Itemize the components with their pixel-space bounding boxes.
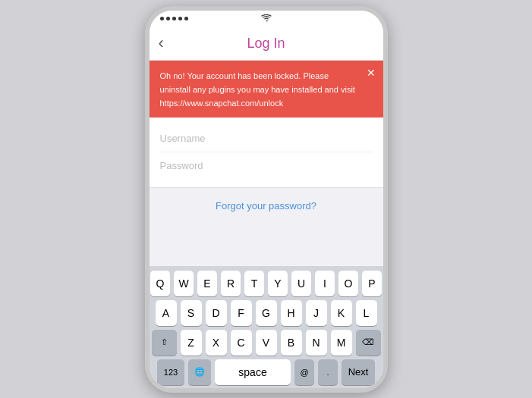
key-j[interactable]: J bbox=[306, 300, 327, 326]
error-banner: Oh no! Your account has been locked. Ple… bbox=[150, 61, 383, 118]
key-p[interactable]: P bbox=[362, 271, 382, 296]
password-input[interactable] bbox=[160, 160, 373, 171]
username-input[interactable] bbox=[160, 133, 373, 144]
key-e[interactable]: E bbox=[197, 271, 217, 296]
key-n[interactable]: N bbox=[306, 330, 327, 356]
input-section bbox=[150, 118, 383, 188]
key-v[interactable]: V bbox=[256, 330, 277, 356]
status-bar bbox=[150, 11, 383, 27]
numbers-key[interactable]: 123 bbox=[157, 359, 184, 385]
key-l[interactable]: L bbox=[356, 300, 377, 326]
delete-key[interactable]: ⌫ bbox=[356, 330, 381, 356]
content-area: Forgot your password? bbox=[150, 118, 383, 266]
keyboard-row-2: A S D F G H J K L bbox=[152, 300, 381, 326]
key-k[interactable]: K bbox=[331, 300, 352, 326]
keyboard: Q W E R T Y U I O P A S D F G H J K L ⇧ … bbox=[150, 266, 383, 388]
key-i[interactable]: I bbox=[315, 271, 335, 296]
forgot-link-section: Forgot your password? bbox=[150, 188, 383, 223]
password-row bbox=[160, 152, 373, 180]
key-m[interactable]: M bbox=[331, 330, 352, 356]
empty-space bbox=[150, 223, 383, 266]
back-button[interactable]: ‹ bbox=[159, 33, 164, 53]
key-o[interactable]: O bbox=[338, 271, 358, 296]
wifi-icon bbox=[261, 14, 272, 24]
keyboard-row-1: Q W E R T Y U I O P bbox=[152, 271, 381, 296]
shift-key[interactable]: ⇧ bbox=[152, 330, 177, 356]
key-t[interactable]: T bbox=[244, 271, 264, 296]
next-key[interactable]: Next bbox=[342, 359, 375, 385]
key-h[interactable]: H bbox=[281, 300, 302, 326]
at-key[interactable]: @ bbox=[294, 359, 314, 385]
key-a[interactable]: A bbox=[156, 300, 177, 326]
key-g[interactable]: G bbox=[256, 300, 277, 326]
error-message: Oh no! Your account has been locked. Ple… bbox=[160, 71, 355, 108]
key-u[interactable]: U bbox=[291, 271, 311, 296]
key-d[interactable]: D bbox=[206, 300, 227, 326]
key-z[interactable]: Z bbox=[181, 330, 202, 356]
key-b[interactable]: B bbox=[281, 330, 302, 356]
key-x[interactable]: X bbox=[206, 330, 227, 356]
keyboard-row-3: ⇧ Z X C V B N M ⌫ bbox=[152, 330, 381, 356]
key-s[interactable]: S bbox=[181, 300, 202, 326]
key-y[interactable]: Y bbox=[268, 271, 288, 296]
forgot-password-link[interactable]: Forgot your password? bbox=[216, 200, 316, 212]
phone-frame: ‹ Log In Oh no! Your account has been lo… bbox=[145, 6, 388, 393]
nav-bar: ‹ Log In bbox=[150, 27, 383, 61]
username-row bbox=[160, 125, 373, 152]
signal-dots bbox=[160, 17, 188, 20]
key-f[interactable]: F bbox=[231, 300, 252, 326]
key-q[interactable]: Q bbox=[150, 271, 170, 296]
key-c[interactable]: C bbox=[231, 330, 252, 356]
key-r[interactable]: R bbox=[221, 271, 241, 296]
page-title: Log In bbox=[247, 36, 285, 52]
key-w[interactable]: W bbox=[174, 271, 194, 296]
keyboard-row-4: 123 🌐 space @ . Next bbox=[152, 359, 381, 385]
error-close-button[interactable]: ✕ bbox=[367, 67, 376, 79]
space-key[interactable]: space bbox=[215, 359, 291, 385]
dot-key[interactable]: . bbox=[318, 359, 338, 385]
globe-key[interactable]: 🌐 bbox=[188, 359, 211, 385]
